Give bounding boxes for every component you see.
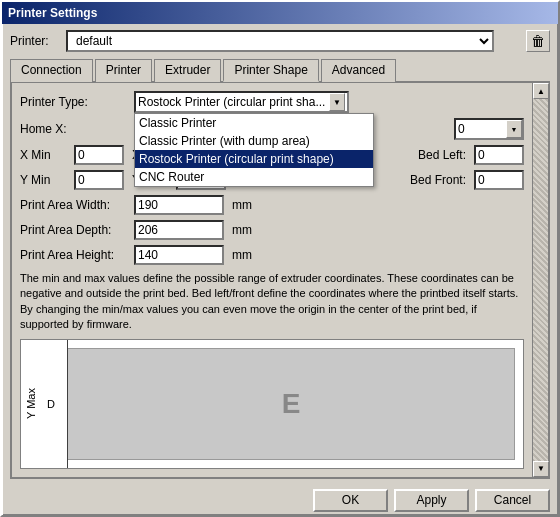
delete-printer-button[interactable]: 🗑 <box>526 30 550 52</box>
print-area-width-input[interactable] <box>134 195 224 215</box>
bed-rectangle: E <box>67 348 515 460</box>
printer-label: Printer: <box>10 34 60 48</box>
y-max-axis-label: Y Max <box>21 340 39 468</box>
y-min-label: Y Min <box>20 173 70 187</box>
footer-buttons: OK Apply Cancel <box>10 485 550 512</box>
bed-front-label: Bed Front: <box>410 173 466 187</box>
d-label: D <box>47 398 55 410</box>
home-y-select[interactable]: 0 ▼ <box>454 118 524 140</box>
description-text: The min and max values define the possib… <box>20 271 524 333</box>
printer-type-dropdown[interactable]: Rostock Printer (circular print sha... ▼… <box>134 91 349 113</box>
printer-option-rostock[interactable]: Rostock Printer (circular print shape) <box>135 150 373 168</box>
x-min-input[interactable] <box>74 145 124 165</box>
apply-button[interactable]: Apply <box>394 489 469 512</box>
print-area-height-unit: mm <box>232 248 252 262</box>
origin-line-v <box>67 340 68 468</box>
ok-button[interactable]: OK <box>313 489 388 512</box>
y-min-input[interactable] <box>74 170 124 190</box>
title-bar: Printer Settings <box>2 2 558 24</box>
print-area-depth-unit: mm <box>232 223 252 237</box>
scroll-track <box>533 99 548 461</box>
printer-type-value: Rostock Printer (circular print sha... <box>138 95 329 109</box>
home-y-arrow[interactable]: ▼ <box>506 120 522 138</box>
print-area-depth-label: Print Area Depth: <box>20 223 130 237</box>
printer-option-classic[interactable]: Classic Printer <box>135 114 373 132</box>
tab-extruder[interactable]: Extruder <box>154 59 221 82</box>
bed-front-input[interactable] <box>474 170 524 190</box>
printer-option-cnc[interactable]: CNC Router <box>135 168 373 186</box>
bed-e-label: E <box>282 388 301 420</box>
home-x-label: Home X: <box>20 122 130 136</box>
tab-printer[interactable]: Printer <box>95 59 152 82</box>
printer-option-classic-dump[interactable]: Classic Printer (with dump area) <box>135 132 373 150</box>
bed-left-label: Bed Left: <box>418 148 466 162</box>
printer-settings-window: Printer Settings Printer: default 🗑 Conn… <box>0 0 560 517</box>
cancel-button[interactable]: Cancel <box>475 489 550 512</box>
x-min-label: X Min <box>20 148 70 162</box>
scroll-down-button[interactable]: ▼ <box>533 461 549 477</box>
scroll-up-button[interactable]: ▲ <box>533 83 549 99</box>
tab-printer-shape[interactable]: Printer Shape <box>223 59 318 82</box>
tab-connection[interactable]: Connection <box>10 59 93 82</box>
tab-advanced[interactable]: Advanced <box>321 59 396 82</box>
right-scrollbar: ▲ ▼ <box>532 83 548 477</box>
printer-type-arrow[interactable]: ▼ <box>329 93 345 111</box>
printer-select[interactable]: default <box>66 30 494 52</box>
print-area-height-input[interactable] <box>134 245 224 265</box>
bed-left-input[interactable] <box>474 145 524 165</box>
print-area-width-unit: mm <box>232 198 252 212</box>
print-bed-visual: Y Max E D <box>20 339 524 469</box>
print-area-width-label: Print Area Width: <box>20 198 130 212</box>
print-area-depth-input[interactable] <box>134 220 224 240</box>
printer-type-label: Printer Type: <box>20 95 130 109</box>
tab-bar: Connection Printer Extruder Printer Shap… <box>10 58 550 83</box>
printer-type-list: Classic Printer Classic Printer (with du… <box>134 113 374 187</box>
home-y-value: 0 <box>456 122 506 136</box>
print-area-height-label: Print Area Height: <box>20 248 130 262</box>
visual-canvas: E D <box>39 340 523 468</box>
window-title: Printer Settings <box>8 6 97 20</box>
printer-type-selected[interactable]: Rostock Printer (circular print sha... ▼ <box>134 91 349 113</box>
